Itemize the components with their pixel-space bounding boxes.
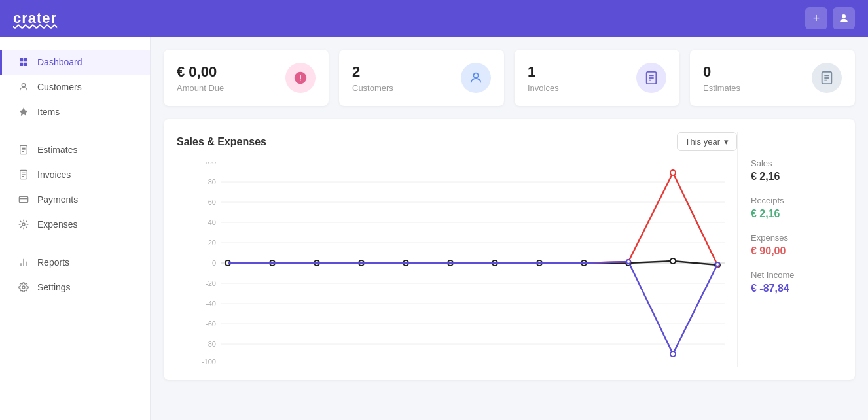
svg-text:80: 80 xyxy=(208,178,216,186)
sidebar-item-settings[interactable]: Settings xyxy=(0,275,150,300)
sales-chart: 100 80 60 40 20 0 -20 -40 -60 -80 -100 xyxy=(177,162,737,364)
svg-text:-40: -40 xyxy=(206,300,216,307)
stat-value: € 0,00 xyxy=(177,63,224,80)
stat-value: 1 xyxy=(528,63,559,80)
net-income-label: Net Income xyxy=(751,270,842,280)
svg-rect-1 xyxy=(20,58,23,61)
sidebar-item-expenses[interactable]: Expenses xyxy=(0,212,150,237)
sidebar-item-label: Invoices xyxy=(37,169,71,180)
stat-info: 0 Estimates xyxy=(703,63,740,93)
expenses-stat: Expenses € 90,00 xyxy=(751,233,842,257)
sidebar-item-items[interactable]: Items xyxy=(0,99,150,124)
svg-point-5 xyxy=(22,84,25,87)
stat-value: 0 xyxy=(703,63,740,80)
stats-row: € 0,00 Amount Due 2 Customers 1 Invoices xyxy=(164,50,855,106)
sidebar-item-label: Expenses xyxy=(37,219,77,230)
sidebar-item-customers[interactable]: Customers xyxy=(0,75,150,99)
svg-point-17 xyxy=(22,223,25,226)
sidebar-item-label: Estimates xyxy=(37,145,77,155)
sidebar-item-label: Reports xyxy=(37,257,69,268)
svg-point-0 xyxy=(842,14,846,18)
stat-label: Amount Due xyxy=(177,83,224,93)
svg-point-21 xyxy=(22,286,25,289)
stat-info: € 0,00 Amount Due xyxy=(177,63,224,93)
svg-text:0: 0 xyxy=(212,259,216,267)
sidebar-item-invoices[interactable]: Invoices xyxy=(0,162,150,187)
stat-icon xyxy=(636,63,666,93)
svg-point-81 xyxy=(670,351,676,357)
period-label: This year xyxy=(685,137,720,147)
main-content: € 0,00 Amount Due 2 Customers 1 Invoices xyxy=(151,37,868,420)
stat-card-amount-due: € 0,00 Amount Due xyxy=(164,50,329,106)
stat-info: 2 Customers xyxy=(352,63,393,93)
header-actions: + xyxy=(805,7,855,29)
svg-rect-3 xyxy=(20,63,23,66)
svg-point-80 xyxy=(626,260,630,264)
svg-text:-100: -100 xyxy=(202,358,216,364)
svg-rect-15 xyxy=(19,196,27,202)
stat-label: Customers xyxy=(352,83,393,93)
net-income-value: € -87,84 xyxy=(751,283,842,294)
receipts-label: Receipts xyxy=(751,196,842,205)
receipts-value: € 2,16 xyxy=(751,208,842,220)
svg-rect-4 xyxy=(24,63,27,66)
sidebar-item-dashboard[interactable]: Dashboard xyxy=(0,50,150,75)
svg-text:-80: -80 xyxy=(206,340,216,348)
chart-section: Sales & Expenses This year ▾ xyxy=(164,119,855,380)
app-header: crater + xyxy=(0,0,868,37)
stat-label: Estimates xyxy=(703,83,740,93)
chart-title: Sales & Expenses xyxy=(177,136,266,148)
payments-icon xyxy=(18,194,29,205)
receipts-stat: Receipts € 2,16 xyxy=(751,196,842,220)
dashboard-icon xyxy=(18,56,29,68)
sales-value: € 2,16 xyxy=(751,171,842,183)
chart-header: Sales & Expenses This year ▾ xyxy=(177,132,737,151)
add-button[interactable]: + xyxy=(805,7,827,29)
main-layout: DashboardCustomersItemsEstimatesInvoices… xyxy=(0,37,868,420)
profile-button[interactable] xyxy=(833,7,855,29)
stat-info: 1 Invoices xyxy=(528,63,559,93)
customers-icon xyxy=(18,81,29,93)
net-income-stat: Net Income € -87,84 xyxy=(751,270,842,294)
chart-svg-wrapper: 100 80 60 40 20 0 -20 -40 -60 -80 -100 xyxy=(177,162,737,367)
invoices-icon xyxy=(18,169,29,181)
chart-stats-panel: Sales € 2,16 Receipts € 2,16 Expenses € … xyxy=(737,132,842,367)
chart-area: Sales & Expenses This year ▾ xyxy=(177,132,737,367)
stat-icon xyxy=(285,63,316,93)
sidebar-item-label: Payments xyxy=(37,194,78,205)
stat-icon xyxy=(461,63,491,93)
svg-point-78 xyxy=(670,170,676,175)
period-select[interactable]: This year ▾ xyxy=(677,132,737,151)
svg-text:-60: -60 xyxy=(206,320,216,328)
stat-value: 2 xyxy=(352,63,393,80)
svg-rect-2 xyxy=(24,58,27,61)
sales-stat: Sales € 2,16 xyxy=(751,158,842,183)
svg-text:40: 40 xyxy=(208,219,216,226)
estimates-icon xyxy=(18,144,29,156)
expenses-label: Expenses xyxy=(751,233,842,243)
svg-text:20: 20 xyxy=(208,239,216,247)
sidebar-item-label: Customers xyxy=(37,82,82,92)
app-logo: crater xyxy=(13,10,57,27)
sidebar-item-label: Dashboard xyxy=(37,57,82,67)
items-icon xyxy=(18,106,29,118)
svg-point-22 xyxy=(473,73,478,78)
stat-card-invoices: 1 Invoices xyxy=(515,50,679,106)
expenses-value: € 90,00 xyxy=(751,245,842,257)
sidebar-item-estimates[interactable]: Estimates xyxy=(0,137,150,162)
sales-label: Sales xyxy=(751,158,842,168)
chevron-down-icon: ▾ xyxy=(724,137,729,147)
sidebar-item-label: Settings xyxy=(37,282,71,292)
settings-icon xyxy=(18,281,29,293)
svg-text:-20: -20 xyxy=(206,279,216,287)
sidebar: DashboardCustomersItemsEstimatesInvoices… xyxy=(0,37,151,420)
stat-card-customers: 2 Customers xyxy=(339,50,504,106)
svg-marker-6 xyxy=(19,107,27,116)
sidebar-item-payments[interactable]: Payments xyxy=(0,187,150,212)
expenses-icon xyxy=(18,219,29,230)
svg-text:60: 60 xyxy=(208,198,216,206)
sidebar-item-reports[interactable]: Reports xyxy=(0,250,150,275)
stat-label: Invoices xyxy=(528,83,559,93)
stat-icon xyxy=(812,63,842,93)
sidebar-item-label: Items xyxy=(37,107,60,117)
